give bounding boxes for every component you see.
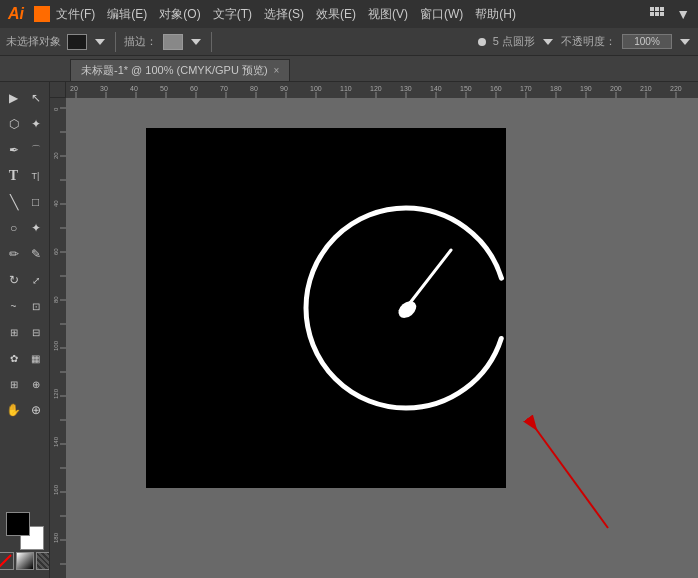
workspace-grid-icon[interactable]: [650, 7, 668, 21]
menu-window[interactable]: 窗口(W): [420, 6, 463, 23]
fill-swatch[interactable]: [67, 34, 87, 50]
ruler-vertical: [50, 98, 66, 578]
ellipse-tools-row: ○ ✦: [3, 216, 47, 240]
toolbar: ▶ ↖ ⬡ ✦ ✒ ⌒ T T| ╲ □ ○ ✦ ✏ ✎ ↻ ⤢: [0, 82, 50, 578]
rect-tool-button[interactable]: □: [25, 190, 47, 214]
expand-icon: ▼: [676, 6, 690, 22]
gauge-graphic: [276, 178, 536, 438]
brush-tools-row: ✏ ✎: [3, 242, 47, 266]
type-tools-row: T T|: [3, 164, 47, 188]
menu-file[interactable]: 文件(F): [56, 6, 95, 23]
toolbar-bottom: [0, 512, 49, 574]
slice-tool-button[interactable]: ⊕: [25, 372, 47, 396]
tab-close-button[interactable]: ×: [274, 65, 280, 76]
pen-tool-button[interactable]: ✒: [3, 138, 25, 162]
title-bar: Ai 文件(F) 编辑(E) 对象(O) 文字(T) 选择(S) 效果(E) 视…: [0, 0, 698, 28]
fill-options-icon: [93, 35, 107, 49]
stroke-swatch[interactable]: [163, 34, 183, 50]
opacity-input[interactable]: [622, 34, 672, 49]
brush-tool-button[interactable]: ✏: [3, 242, 25, 266]
brush-arrow-icon: [541, 35, 555, 49]
magic-wand-tool-button[interactable]: ✦: [25, 112, 47, 136]
hand-tool-button[interactable]: ✋: [3, 398, 25, 422]
selection-tools-row: ▶ ↖: [3, 86, 47, 110]
artboard-tools-row: ⊞ ⊕: [3, 372, 47, 396]
menu-edit[interactable]: 编辑(E): [107, 6, 147, 23]
svg-line-10: [528, 418, 608, 528]
pencil-tool-button[interactable]: ✎: [25, 242, 47, 266]
symbol-tool-button[interactable]: ✿: [3, 346, 25, 370]
lasso-tools-row: ⬡ ✦: [3, 112, 47, 136]
svg-marker-4: [680, 39, 690, 45]
svg-line-5: [0, 555, 11, 567]
separator-1: [115, 32, 116, 52]
artboard-tool-button[interactable]: ⊞: [3, 372, 25, 396]
warp-tools-row: ~ ⊡: [3, 294, 47, 318]
menu-view[interactable]: 视图(V): [368, 6, 408, 23]
separator-2: [211, 32, 212, 52]
ruler-horizontal: [66, 82, 698, 98]
free-transform-button[interactable]: ⊡: [25, 294, 47, 318]
color-swatch-area: [6, 512, 44, 550]
ellipse-tool-button[interactable]: ○: [3, 216, 25, 240]
rotate-tool-button[interactable]: ↻: [3, 268, 25, 292]
perspective-select-button[interactable]: ⊟: [25, 320, 47, 344]
type-tool-button[interactable]: T: [3, 164, 25, 188]
shape-tools-row: ╲ □: [3, 190, 47, 214]
canvas-area: 2030405060708090100110120130140150160170…: [50, 82, 698, 578]
rotate-tools-row: ↻ ⤢: [3, 268, 47, 292]
menu-select[interactable]: 选择(S): [264, 6, 304, 23]
star-tool-button[interactable]: ✦: [25, 216, 47, 240]
artboard: [146, 128, 506, 488]
curvature-tool-button[interactable]: ⌒: [25, 138, 47, 162]
fill-arrow[interactable]: [93, 35, 107, 49]
options-bar: 未选择对象 描边： 5 点圆形 不透明度：: [0, 28, 698, 56]
bullet-icon: [477, 37, 487, 47]
canvas-black: [66, 98, 698, 578]
scale-tool-button[interactable]: ⤢: [25, 268, 47, 292]
perspective-tools-row: ⊞ ⊟: [3, 320, 47, 344]
svg-line-7: [406, 250, 451, 308]
line-tool-button[interactable]: ╲: [3, 190, 25, 214]
document-tab[interactable]: 未标题-1* @ 100% (CMYK/GPU 预览) ×: [70, 59, 290, 81]
chart-tool-button[interactable]: ▦: [25, 346, 47, 370]
direct-select-tool-button[interactable]: ↖: [25, 86, 47, 110]
warp-tool-button[interactable]: ~: [3, 294, 25, 318]
selection-tool-button[interactable]: ▶: [3, 86, 25, 110]
svg-marker-0: [95, 39, 105, 45]
svg-point-2: [478, 38, 486, 46]
tab-title: 未标题-1* @ 100% (CMYK/GPU 预览): [81, 63, 268, 78]
svg-marker-1: [191, 39, 201, 45]
zoom-tool-button[interactable]: ⊕: [25, 398, 47, 422]
menu-help[interactable]: 帮助(H): [475, 6, 516, 23]
stroke-label: 描边：: [124, 34, 157, 49]
opacity-arrow-icon: [678, 35, 692, 49]
lasso-tool-button[interactable]: ⬡: [3, 112, 25, 136]
app-logo: Ai: [8, 5, 24, 23]
options-right: 5 点圆形 不透明度：: [477, 34, 692, 49]
menu-type[interactable]: 文字(T): [213, 6, 252, 23]
gradient-swatch[interactable]: [16, 552, 34, 570]
pen-tools-row: ✒ ⌒: [3, 138, 47, 162]
opacity-label: 不透明度：: [561, 34, 616, 49]
symbol-tools-row: ✿ ▦: [3, 346, 47, 370]
stroke-arrow-icon: [189, 35, 203, 49]
none-swatch[interactable]: [0, 552, 14, 570]
svg-point-8: [395, 298, 419, 322]
menu-bar: 文件(F) 编辑(E) 对象(O) 文字(T) 选择(S) 效果(E) 视图(V…: [56, 6, 516, 23]
tab-bar: 未标题-1* @ 100% (CMYK/GPU 预览) ×: [0, 56, 698, 82]
main-layout: ▶ ↖ ⬡ ✦ ✒ ⌒ T T| ╲ □ ○ ✦ ✏ ✎ ↻ ⤢: [0, 82, 698, 578]
touch-type-button[interactable]: T|: [25, 164, 47, 188]
pattern-swatch[interactable]: [36, 552, 51, 570]
brush-size-label: 5 点圆形: [493, 34, 535, 49]
mini-swatch-row: [0, 552, 50, 570]
svg-marker-3: [543, 39, 553, 45]
menu-effect[interactable]: 效果(E): [316, 6, 356, 23]
hand-zoom-tools-row: ✋ ⊕: [3, 398, 47, 422]
menu-object[interactable]: 对象(O): [159, 6, 200, 23]
title-right: ▼: [650, 6, 690, 22]
none-icon: [0, 553, 13, 569]
perspective-grid-button[interactable]: ⊞: [3, 320, 25, 344]
orange-square: [34, 6, 50, 22]
foreground-color-swatch[interactable]: [6, 512, 30, 536]
